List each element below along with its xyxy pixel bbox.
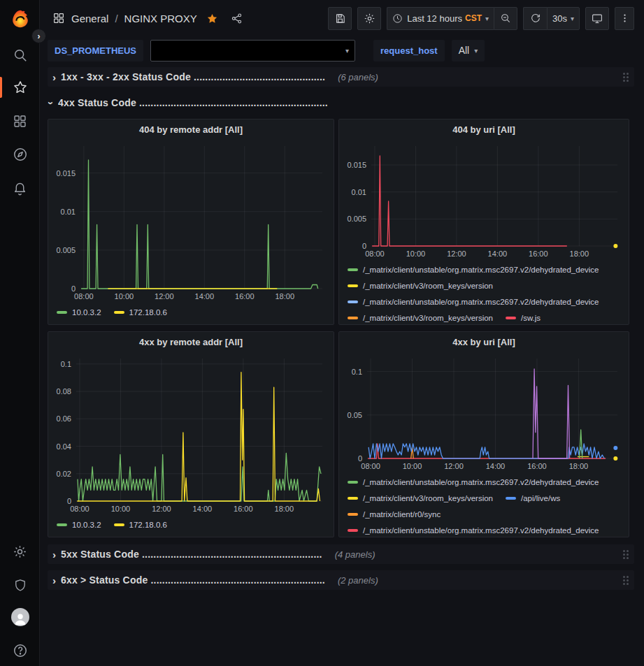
row-4xx[interactable]: › 4xx Status Code ......................… [48,93,634,113]
legend-swatch [348,301,358,303]
chart-404-by-uri[interactable]: 00.0050.010.01508:0010:0012:0014:0016:00… [342,139,626,260]
more-options-button[interactable] [615,7,634,30]
legend-item[interactable]: 10.0.3.2 [57,521,101,529]
person-icon [13,611,28,626]
bell-icon [13,181,27,196]
legend: 10.0.3.2172.18.0.6 [48,303,334,324]
chart-4xx-by-uri[interactable]: 00.050.108:0010:0012:0014:0016:0018:00 [342,352,626,472]
refresh-button[interactable] [523,7,547,30]
time-range-picker[interactable]: Last 12 hours CST ▾ [387,7,494,30]
svg-text:14:00: 14:00 [486,462,506,470]
svg-text:16:00: 16:00 [235,292,255,301]
grafana-logo-icon [10,8,31,29]
chart-404-by-remote-addr[interactable]: 00.0050.010.01508:0010:0012:0014:0016:00… [51,139,331,303]
svg-text:12:00: 12:00 [447,249,466,258]
legend-item[interactable]: 172.18.0.6 [114,308,167,317]
svg-text:08:00: 08:00 [70,505,90,513]
sidebar-item-server-admin[interactable] [0,573,40,597]
legend-label: /sw.js [521,314,541,322]
legend-label: /_matrix/client/v3/room_keys/version [363,282,493,290]
svg-text:0.05: 0.05 [348,411,362,419]
legend-swatch [506,497,516,500]
breadcrumb-folder[interactable]: General [71,13,108,24]
row-5xx[interactable]: › 5xx Status Code ......................… [48,544,634,564]
legend-item[interactable]: /_matrix/client/v3/room_keys/version [348,314,493,322]
svg-text:08:00: 08:00 [365,249,385,258]
row-drag-handle[interactable] [623,73,629,82]
refresh-controls: 30s ▾ [523,7,580,30]
panel-4xx-by-remote-addr: 4xx by remote addr [All] 00.020.040.060.… [48,331,334,537]
legend-item[interactable]: /_matrix/client/unstable/org.matrix.msc2… [348,526,599,535]
legend-item[interactable]: /sw.js [506,314,541,322]
row-drag-handle[interactable] [623,550,629,559]
sidebar-item-configuration[interactable] [0,540,40,563]
svg-text:18:00: 18:00 [275,505,294,513]
legend-item[interactable]: 172.18.0.6 [114,521,167,529]
compass-icon [13,147,28,162]
sidebar-item-alerting[interactable] [0,176,40,200]
legend-item[interactable]: /api/live/ws [506,494,560,502]
sidebar-expand-button[interactable]: › [31,29,46,43]
sidebar-item-starred[interactable] [0,75,40,99]
zoom-out-time-button[interactable] [494,7,517,30]
variable-ds-label[interactable]: DS_PROMETHEUS [48,40,143,61]
legend-label: 172.18.0.6 [129,308,167,317]
legend-label: /_matrix/client/unstable/org.matrix.msc2… [363,266,599,274]
grafana-logo[interactable] [0,7,40,31]
panel-404-by-uri: 404 by uri [All] 00.0050.010.01508:0010:… [338,119,629,325]
gear-icon [364,13,375,24]
legend-item[interactable]: /_matrix/client/unstable/org.matrix.msc2… [348,266,599,274]
avatar [11,608,29,626]
share-button[interactable] [231,13,243,24]
legend-item[interactable]: 10.0.3.2 [57,308,101,317]
legend-item[interactable]: /_matrix/client/unstable/org.matrix.msc2… [348,478,599,486]
sidebar-item-profile[interactable] [0,605,40,629]
submenu-variables: DS_PROMETHEUS ▾ request_host All ▾ [40,36,644,64]
legend-item[interactable]: /_matrix/client/unstable/org.matrix.msc2… [348,298,599,306]
refresh-interval-picker[interactable]: 30s ▾ [547,7,580,30]
panel-404-by-remote-addr: 404 by remote addr [All] 00.0050.010.015… [48,119,334,325]
row-title: 6xx > Status Code ......................… [61,574,325,586]
star-filled-icon [206,13,218,24]
sidebar-item-explore[interactable] [0,143,40,166]
legend-item[interactable]: /_matrix/client/v3/room_keys/version [348,494,493,502]
favorite-star-button[interactable] [206,13,218,24]
svg-text:12:00: 12:00 [152,505,171,513]
legend-swatch [57,311,67,314]
svg-text:12:00: 12:00 [444,462,464,470]
sidebar-item-dashboards[interactable] [0,109,40,133]
panel-title[interactable]: 4xx by remote addr [All] [48,332,334,352]
panel-title[interactable]: 4xx by uri [All] [339,332,629,352]
variable-host-label[interactable]: request_host [373,40,445,61]
cycle-view-mode-button[interactable] [585,7,609,30]
svg-text:18:00: 18:00 [275,292,294,301]
legend-item[interactable]: /_matrix/client/r0/sync [348,510,441,519]
svg-text:14:00: 14:00 [488,249,508,258]
legend-row: 10.0.3.2172.18.0.6 [57,516,325,533]
kebab-menu-icon [620,13,630,24]
chart-4xx-by-remote-addr[interactable]: 00.020.040.060.080.108:0010:0012:0014:00… [51,352,331,515]
breadcrumb-dashboard-title[interactable]: NGINX PROXY [124,13,197,24]
row-drag-handle[interactable] [623,576,629,585]
svg-text:0.06: 0.06 [57,414,71,423]
legend-item[interactable]: /_matrix/client/v3/room_keys/version [348,282,493,290]
chevron-down-icon: ▾ [345,47,349,55]
legend-label: /_matrix/client/unstable/org.matrix.msc2… [363,298,599,306]
sidebar-item-search[interactable] [0,43,40,67]
panel-title[interactable]: 404 by remote addr [All] [48,120,334,139]
row-1xx-3xx-2xx[interactable]: › 1xx - 3xx - 2xx Status Code ..........… [48,67,634,87]
variable-host-value-dropdown[interactable]: All ▾ [452,40,485,61]
row-title: 4xx Status Code ........................… [58,97,328,108]
panel-title[interactable]: 404 by uri [All] [339,120,629,139]
sidebar [0,0,40,666]
legend-swatch [348,513,358,516]
row-6xx[interactable]: › 6xx > Status Code ....................… [48,570,634,590]
legend: 10.0.3.2172.18.0.6 [48,515,334,537]
save-dashboard-button[interactable] [328,7,352,30]
sidebar-item-help[interactable] [0,639,40,663]
svg-text:16:00: 16:00 [529,249,548,258]
row-panel-count: (4 panels) [335,549,375,560]
variable-ds-value-dropdown[interactable]: ▾ [150,40,355,61]
dashboard-settings-button[interactable] [357,7,381,30]
svg-text:0.015: 0.015 [56,169,76,178]
